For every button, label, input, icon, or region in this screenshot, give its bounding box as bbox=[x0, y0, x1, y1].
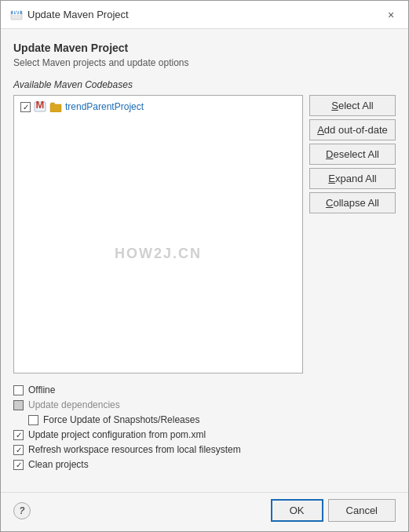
buttons-panel: Select All Add out-of-date Deselect All … bbox=[309, 95, 396, 373]
offline-checkbox[interactable] bbox=[13, 385, 24, 395]
collapse-all-label: Collapse All bbox=[326, 197, 379, 209]
help-button[interactable]: ? bbox=[13, 502, 31, 519]
select-all-button[interactable]: Select All bbox=[309, 95, 396, 116]
options-area: Offline Update dependencies Force Update… bbox=[13, 384, 396, 470]
maven-title-icon: M bbox=[10, 9, 23, 21]
option-clean-projects-row: Clean projects bbox=[13, 459, 396, 470]
clean-projects-label: Clean projects bbox=[28, 459, 89, 470]
tree-panel: M trendParentProject HOW2J.CN bbox=[13, 95, 303, 373]
option-refresh-workspace-row: Refresh workspace resources from local f… bbox=[13, 444, 396, 455]
title-bar: M Update Maven Project × bbox=[1, 1, 408, 29]
add-out-of-date-label: Add out-of-date bbox=[317, 124, 388, 136]
collapse-all-button[interactable]: Collapse All bbox=[309, 192, 396, 213]
main-area: M trendParentProject HOW2J.CN Select All bbox=[13, 95, 396, 373]
dialog-footer: ? OK Cancel bbox=[1, 492, 408, 531]
force-update-label: Force Update of Snapshots/Releases bbox=[43, 414, 199, 425]
update-deps-label: Update dependencies bbox=[28, 399, 120, 410]
footer-buttons: OK Cancel bbox=[271, 499, 396, 522]
update-maven-dialog: M Update Maven Project × Update Maven Pr… bbox=[0, 0, 409, 532]
watermark: HOW2J.CN bbox=[115, 246, 202, 262]
expand-all-button[interactable]: Expand All bbox=[309, 168, 396, 189]
option-offline-row: Offline bbox=[13, 384, 396, 395]
svg-text:M: M bbox=[36, 100, 45, 111]
option-force-update-row: Force Update of Snapshots/Releases bbox=[28, 414, 396, 425]
refresh-workspace-label: Refresh workspace resources from local f… bbox=[28, 444, 241, 455]
offline-label: Offline bbox=[28, 384, 55, 395]
select-all-label: Select All bbox=[331, 100, 373, 111]
folder-project-icon bbox=[49, 100, 62, 113]
ok-button[interactable]: OK bbox=[271, 499, 323, 522]
refresh-workspace-checkbox[interactable] bbox=[13, 445, 24, 455]
update-config-label: Update project configuration from pom.xm… bbox=[28, 429, 206, 440]
option-update-deps-row: Update dependencies bbox=[13, 399, 396, 410]
update-deps-checkbox[interactable] bbox=[13, 400, 24, 410]
dialog-subtext: Select Maven projects and update options bbox=[13, 57, 396, 68]
force-update-checkbox[interactable] bbox=[28, 415, 38, 425]
cancel-button[interactable]: Cancel bbox=[328, 499, 396, 522]
tree-item-checkbox[interactable] bbox=[20, 102, 31, 112]
update-config-checkbox[interactable] bbox=[13, 430, 24, 440]
expand-all-label: Expand All bbox=[328, 173, 376, 184]
title-bar-left: M Update Maven Project bbox=[10, 9, 129, 21]
deselect-all-label: Deselect All bbox=[326, 148, 379, 160]
maven-project-icon: M bbox=[34, 100, 46, 113]
deselect-all-button[interactable]: Deselect All bbox=[309, 144, 396, 165]
add-out-of-date-button[interactable]: Add out-of-date bbox=[309, 119, 396, 140]
option-update-config-row: Update project configuration from pom.xm… bbox=[13, 429, 396, 440]
svg-text:M: M bbox=[13, 9, 21, 17]
section-label: Available Maven Codebases bbox=[13, 79, 396, 90]
tree-item[interactable]: M trendParentProject bbox=[17, 99, 299, 115]
dialog-heading: Update Maven Project bbox=[13, 42, 396, 54]
close-button[interactable]: × bbox=[383, 7, 399, 23]
title-bar-text: Update Maven Project bbox=[27, 9, 129, 20]
clean-projects-checkbox[interactable] bbox=[13, 460, 24, 470]
dialog-content: Update Maven Project Select Maven projec… bbox=[1, 29, 408, 492]
tree-item-label: trendParentProject bbox=[65, 101, 144, 112]
